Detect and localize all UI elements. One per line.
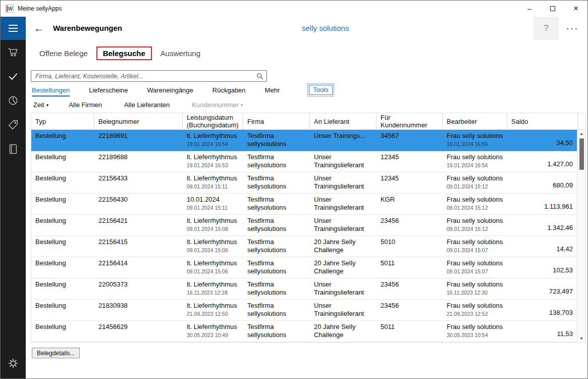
pivot-item[interactable]: Lieferscheine xyxy=(89,86,128,97)
search-box[interactable] xyxy=(31,70,267,82)
cell-typ: Bestellung xyxy=(31,172,94,193)
table-row[interactable]: Bestellung 22189688 lt. Lieferrhythmus 1… xyxy=(31,151,577,172)
filter-dropdown[interactable]: Alle Lieferanten xyxy=(124,101,172,109)
sidebar xyxy=(1,40,26,378)
pivot-item[interactable]: Mehr xyxy=(265,86,280,97)
column-header[interactable]: An Lieferant xyxy=(310,113,377,129)
column-header[interactable]: Leistungsdatum (Buchungsdatum) xyxy=(183,113,243,129)
filter-dropdown[interactable]: Kundennummer ▾ xyxy=(192,101,243,109)
sidebar-item-promotions[interactable] xyxy=(1,113,26,137)
cell-kundennummer: KGR xyxy=(377,194,443,214)
cell-saldo: 1.113,961 xyxy=(507,194,577,214)
column-label: Firma xyxy=(247,118,305,125)
belegdetails-button[interactable]: Belegdetails... xyxy=(32,348,80,358)
sidebar-item-tasks[interactable] xyxy=(1,64,26,88)
cell-saldo: 1.427,00 xyxy=(507,151,577,172)
table-row[interactable]: Bestellung 22005373 lt. Lieferrhythmus 1… xyxy=(31,278,577,300)
pie-chart-icon xyxy=(8,95,19,106)
cell-typ: Bestellung xyxy=(31,321,94,342)
cell-firma: Testfirma sellysolutions xyxy=(243,151,310,172)
cell-firma: Testfirma sellysolutions xyxy=(243,278,310,299)
column-label: Saldo xyxy=(511,118,573,125)
filter-dropdown[interactable]: Zeit ▾ xyxy=(33,101,48,109)
close-button[interactable]: × xyxy=(564,1,587,17)
search-icon[interactable] xyxy=(253,73,266,80)
maximize-button[interactable] xyxy=(541,1,564,17)
table-row[interactable]: Bestellung 22189691 lt. Lieferrhythmus 1… xyxy=(31,130,577,151)
cell-bearbeiter: Frau selly solutions 16.11.2023 12:30 xyxy=(443,278,507,299)
cell-firma: Testfirma sellysolutions xyxy=(243,321,310,342)
scrollbar-thumb[interactable] xyxy=(579,138,584,170)
help-button[interactable]: ? xyxy=(533,17,559,40)
cell-belegnummer: 22156415 xyxy=(94,236,183,257)
tab[interactable]: Belegsuche xyxy=(96,46,152,60)
app-header: ← Warenbewegungen selly solutions ? ··· xyxy=(1,17,587,40)
pivot-item[interactable]: Bestellungen xyxy=(32,86,70,97)
cell-belegnummer: 21456629 xyxy=(94,321,183,342)
cell-belegnummer: 22156414 xyxy=(94,257,183,278)
pivot-items: Bestellungen Lieferscheine Wareneingänge… xyxy=(32,86,280,97)
cart-icon xyxy=(8,46,19,58)
tools-button[interactable]: Tools xyxy=(309,85,332,95)
chevron-down-icon: ▾ xyxy=(46,103,49,108)
cell-saldo: 680,09 xyxy=(507,172,577,193)
sidebar-item-journal[interactable] xyxy=(1,137,26,161)
vertical-scrollbar[interactable]: ▲ ▼ xyxy=(577,130,585,342)
column-header[interactable]: Typ xyxy=(31,113,94,129)
cell-belegnummer: 22005373 xyxy=(94,278,183,299)
cell-leistungsdatum: lt. Lieferrhythmus 09.01.2024 15:11 xyxy=(183,172,243,193)
table-body: Bestellung 22189691 lt. Lieferrhythmus 1… xyxy=(31,130,577,342)
cell-bearbeiter: Frau selly solutions 30.05.2023 10:54 xyxy=(443,321,507,342)
filter-label: Zeit xyxy=(33,101,44,109)
table-row[interactable]: Bestellung 22156421 lt. Lieferrhythmus 0… xyxy=(31,215,577,236)
table-row[interactable]: Bestellung 22156433 lt. Lieferrhythmus 0… xyxy=(31,172,577,194)
search-input[interactable] xyxy=(31,73,253,80)
cell-leistungsdatum: lt. Lieferrhythmus 19.01.2024 16:54 xyxy=(183,130,243,151)
cell-typ: Bestellung xyxy=(31,151,94,172)
cell-bearbeiter: Frau selly solutions 21.09.2023 12:52 xyxy=(443,300,507,320)
cell-kundennummer: 34567 xyxy=(377,130,443,151)
scroll-down-icon[interactable]: ▼ xyxy=(577,335,585,342)
cell-an-lieferant: Unser Trainingslieferant xyxy=(310,172,377,193)
sidebar-item-reports[interactable] xyxy=(1,88,26,113)
column-label: Typ xyxy=(35,118,90,125)
cell-saldo: 11,53 xyxy=(507,321,577,342)
column-header[interactable]: Für Kundennummer xyxy=(377,113,443,129)
sidebar-item-cart[interactable] xyxy=(1,40,26,64)
table-row[interactable]: Bestellung 21456629 lt. Lieferrhythmus 3… xyxy=(31,321,577,342)
column-label: Leistungsdatum xyxy=(187,114,239,121)
minimize-button[interactable]: – xyxy=(518,1,541,17)
tab[interactable]: Offene Belege xyxy=(39,47,88,60)
column-header[interactable]: Saldo xyxy=(507,113,578,129)
back-button[interactable]: ← xyxy=(30,17,48,40)
table-row[interactable]: Bestellung 21830938 lt. Lieferrhythmus 2… xyxy=(31,300,577,321)
filter-dropdown[interactable]: Alle Firmen xyxy=(69,101,104,109)
titlebar: W Meine sellyApps – × xyxy=(1,1,587,17)
cell-kundennummer: 5011 xyxy=(377,321,443,342)
filter-label: Alle Lieferanten xyxy=(124,101,170,109)
scroll-up-icon[interactable]: ▲ xyxy=(577,130,585,137)
tab[interactable]: Auswertung xyxy=(161,47,200,60)
table-row[interactable]: Bestellung 22156414 lt. Lieferrhythmus 0… xyxy=(31,257,577,278)
table-row[interactable]: Bestellung 22156430 10.01.2024 09.01.202… xyxy=(31,194,577,215)
window-controls: – × xyxy=(518,1,587,17)
column-label: An Lieferant xyxy=(314,118,372,125)
cell-kundennummer: 12345 xyxy=(377,151,443,172)
cell-an-lieferant: Unser Trainingslieferant xyxy=(310,151,377,172)
brand-title: selly solutions xyxy=(302,17,349,40)
filter-label: Alle Firmen xyxy=(69,101,102,109)
cell-leistungsdatum: lt. Lieferrhythmus 21.09.2023 12:50 xyxy=(183,300,243,320)
pivot-item[interactable]: Rückgaben xyxy=(212,86,246,97)
more-button[interactable]: ··· xyxy=(562,17,582,40)
pivot-item[interactable]: Wareneingänge xyxy=(147,86,193,97)
cell-typ: Bestellung xyxy=(31,194,94,214)
column-header[interactable]: Belegnummer xyxy=(94,113,183,129)
cell-typ: Bestellung xyxy=(31,278,94,299)
column-header[interactable]: Bearbeiter xyxy=(443,113,507,129)
table-row[interactable]: Bestellung 22156415 lt. Lieferrhythmus 0… xyxy=(31,236,577,257)
hamburger-menu-button[interactable] xyxy=(1,17,26,40)
tag-icon xyxy=(8,119,19,130)
cell-kundennummer: 5011 xyxy=(377,257,443,278)
sidebar-item-settings[interactable] xyxy=(1,351,26,375)
column-header[interactable]: Firma xyxy=(243,113,310,129)
